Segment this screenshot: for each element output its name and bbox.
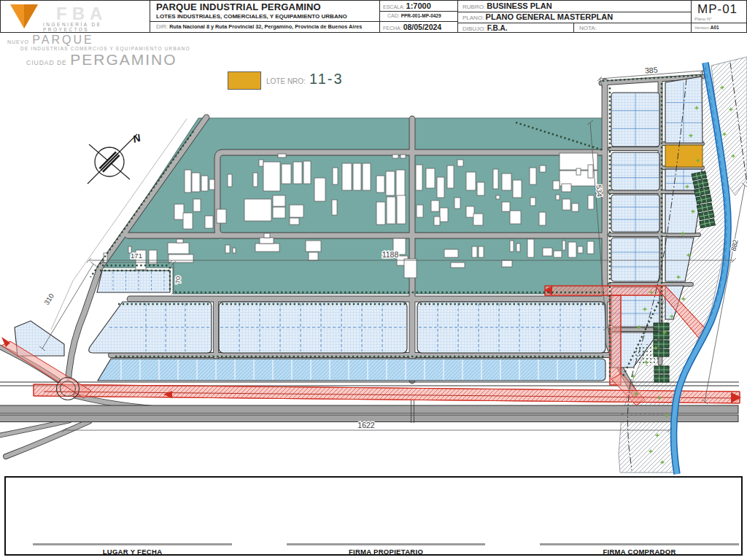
building — [451, 262, 465, 268]
plano-label: PLANO: — [462, 15, 484, 21]
building — [353, 163, 361, 190]
building — [174, 204, 184, 219]
building — [183, 213, 193, 229]
building — [177, 239, 183, 243]
project-cell: PARQUE INDUSTRIAL PERGAMINO LOTES INDUST… — [150, 1, 380, 32]
building — [510, 241, 514, 252]
building — [434, 217, 440, 225]
dim-171: 171 — [131, 252, 142, 260]
signature-line-1 — [33, 543, 232, 545]
building — [510, 211, 521, 224]
project-title: PARQUE INDUSTRIAL PERGAMINO — [156, 1, 321, 12]
building — [466, 172, 476, 190]
building — [496, 195, 500, 199]
building — [473, 214, 483, 225]
signature-label-propietario: FIRMA PROPIETARIO — [287, 548, 485, 556]
building — [282, 164, 291, 184]
building — [543, 248, 552, 256]
project-subtitle: LOTES INDUSTRIALES, COMERCIALES, Y EQUIP… — [156, 13, 347, 20]
building — [562, 199, 570, 210]
building — [205, 216, 213, 228]
building — [306, 241, 321, 252]
plano-value: PLANO GENERAL MASTERPLAN — [486, 12, 614, 21]
building — [293, 162, 302, 184]
building — [588, 195, 594, 209]
building — [264, 233, 270, 238]
dir-value: Ruta Nacional 8 y Ruta Provincial 32, Pe… — [169, 23, 362, 30]
dim-882: 882 — [729, 238, 740, 252]
building — [332, 200, 337, 215]
building — [417, 205, 423, 217]
building — [290, 205, 303, 217]
building — [588, 165, 593, 178]
building — [457, 160, 463, 166]
dim-310: 310 — [42, 292, 55, 306]
building — [556, 195, 560, 200]
building — [530, 168, 536, 184]
fecha-label: FECHA: — [383, 26, 402, 31]
building — [309, 252, 318, 260]
wm-prefix1: NUEVO — [7, 39, 29, 44]
nota-label: NOTA: — [579, 25, 597, 31]
building — [431, 201, 439, 211]
sheet-number-cell: MP-01 Plano N° Version A01 — [692, 1, 747, 32]
meta-cell-right: RUBRO: BUSINESS PLAN PLANO: PLANO GENERA… — [458, 1, 692, 32]
escala-value: 1:7000 — [406, 1, 431, 10]
building — [333, 168, 338, 184]
building — [493, 169, 498, 189]
building — [568, 242, 576, 257]
building — [479, 246, 484, 257]
legend-lot-number: 11-3 — [309, 71, 344, 88]
building — [576, 168, 581, 175]
building — [273, 207, 285, 218]
building — [244, 199, 271, 221]
building — [169, 254, 193, 262]
legend-label: LOTE NRO: — [266, 77, 306, 85]
building — [554, 251, 562, 257]
building — [416, 165, 422, 190]
building — [363, 163, 371, 190]
compass-north-label: N — [131, 131, 142, 145]
north-compass-icon: N — [88, 131, 142, 184]
building — [233, 248, 236, 253]
building — [477, 182, 484, 195]
drawing-sheet: 385 534 882 171 70 1188 310 1622 N — [0, 0, 747, 560]
fecha-value: 08/05/2024 — [403, 23, 442, 31]
building — [404, 259, 417, 278]
building — [562, 241, 565, 250]
signature-line-3 — [540, 543, 739, 545]
dim-534: 534 — [595, 184, 603, 197]
building — [472, 246, 477, 257]
building — [454, 198, 460, 209]
building — [263, 162, 280, 191]
building — [168, 243, 189, 254]
signature-label-lugar: LUGAR Y FECHA — [33, 548, 232, 556]
sheet-code: MP-01 — [697, 2, 738, 17]
building — [185, 170, 191, 192]
building — [392, 155, 398, 158]
dim-1188: 1188 — [382, 250, 399, 259]
building — [437, 177, 444, 198]
building — [217, 209, 226, 223]
building — [104, 253, 107, 262]
building — [342, 163, 352, 190]
building — [303, 161, 311, 184]
dir-label: DIR: — [156, 23, 168, 30]
lot-swatch — [228, 71, 261, 90]
signature-line-2 — [287, 543, 485, 545]
meta-cell-left: ESCALA: 1:7000 CAD: PPR-001-MP-0429 FECH… — [380, 1, 458, 32]
building — [553, 181, 560, 190]
cad-label: CAD: — [387, 13, 400, 18]
building — [447, 166, 454, 188]
building — [228, 174, 232, 187]
building — [290, 218, 299, 225]
building — [572, 203, 578, 211]
dibujo-value: F.B.A. — [487, 24, 508, 32]
building — [502, 260, 512, 267]
building — [444, 249, 458, 257]
building — [260, 238, 274, 244]
cad-value: PPR-001-MP-0429 — [401, 13, 441, 18]
escala-label: ESCALA: — [383, 4, 405, 9]
building — [149, 250, 157, 264]
version-value: A01 — [711, 25, 719, 30]
